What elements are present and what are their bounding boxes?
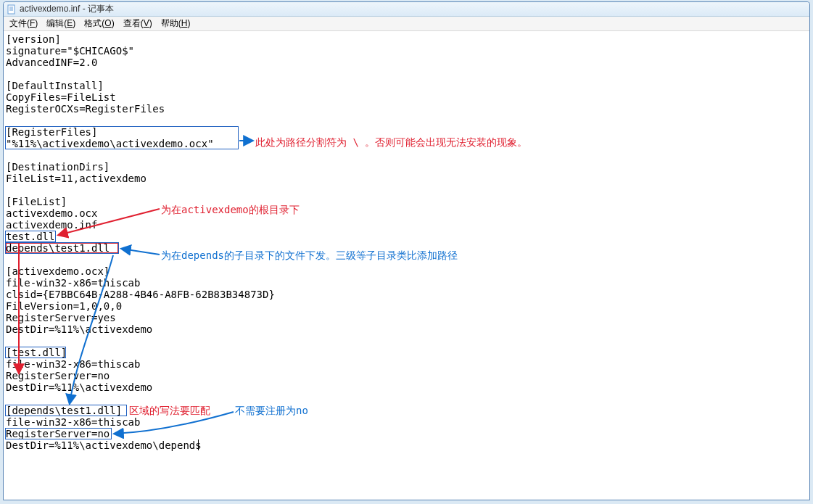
window-title: activexdemo.inf - 记事本 [20, 3, 114, 15]
menu-help[interactable]: 帮助(H) [157, 16, 195, 31]
notepad-window: activexdemo.inf - 记事本 文件(F) 编辑(E) 格式(O) … [3, 1, 810, 500]
text-editor[interactable]: [version] signature="$CHICAGO$" Advanced… [4, 32, 809, 499]
menu-format[interactable]: 格式(O) [80, 16, 118, 31]
titlebar[interactable]: activexdemo.inf - 记事本 [4, 2, 809, 17]
file-content[interactable]: [version] signature="$CHICAGO$" Advanced… [4, 32, 276, 453]
annotation-path-sep: 此处为路径分割符为 \ 。否则可能会出现无法安装的现象。 [255, 136, 527, 149]
text-caret [198, 439, 199, 450]
menu-file[interactable]: 文件(F) [5, 16, 42, 31]
notepad-icon [7, 4, 17, 15]
menubar: 文件(F) 编辑(E) 格式(O) 查看(V) 帮助(H) [4, 17, 809, 31]
menu-view[interactable]: 查看(V) [119, 16, 157, 31]
menu-edit[interactable]: 编辑(E) [42, 16, 80, 31]
svg-rect-0 [8, 5, 15, 14]
